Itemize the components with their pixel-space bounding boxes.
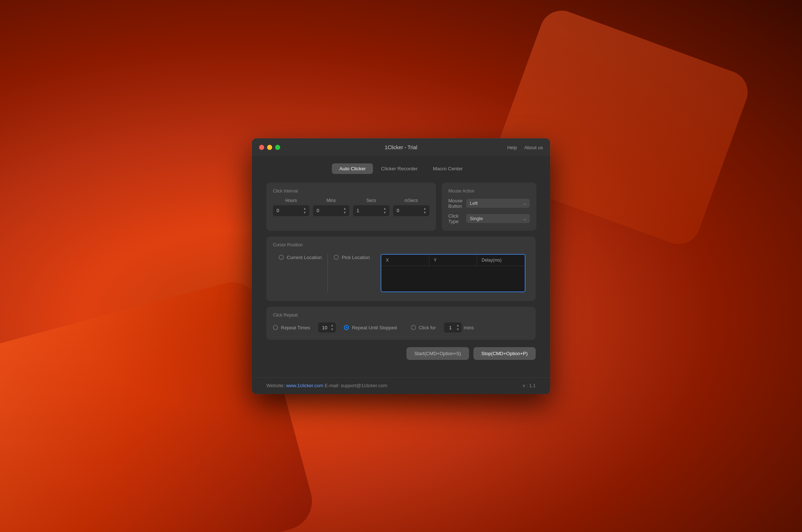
radio-repeat-until-circle <box>344 325 349 330</box>
cursor-inner: Current Location Pick Location X Y Delay… <box>273 252 529 294</box>
radio-repeat-times-circle <box>273 325 278 330</box>
mins-stepper[interactable]: 0 ▲ ▼ <box>313 205 349 216</box>
repeat-times-stepper[interactable]: 10 ▲ ▼ <box>318 322 336 333</box>
top-sections-row: Click Interval Hours 0 ▲ ▼ Min <box>266 183 536 231</box>
hours-stepper[interactable]: 0 ▲ ▼ <box>273 205 309 216</box>
radio-pick-location[interactable]: Pick Location <box>328 252 376 263</box>
cursor-position-label: Cursor Position <box>273 242 529 247</box>
pick-location-label: Pick Location <box>342 255 370 260</box>
msecs-value: 0 <box>397 208 399 213</box>
click-for-arrows: ▲ ▼ <box>456 323 460 331</box>
app-window: 1Clicker - Trial Help About us Auto Clic… <box>252 138 550 394</box>
window-title: 1Clicker - Trial <box>385 144 417 150</box>
msecs-field: mSecs 0 ▲ ▼ <box>393 198 429 216</box>
click-repeat-section: Click Repeat Repeat Times 10 ▲ ▼ <box>266 307 536 340</box>
repeat-times-down[interactable]: ▼ <box>330 327 334 331</box>
mins-label: Mins <box>326 198 336 203</box>
repeat-times-value: 10 <box>321 325 328 330</box>
radio-repeat-times[interactable]: Repeat Times <box>273 322 316 333</box>
email-value: support@1clicker.com <box>341 383 387 388</box>
hours-down[interactable]: ▼ <box>302 211 307 215</box>
mins-down[interactable]: ▼ <box>342 211 347 215</box>
tab-macro-center[interactable]: Macro Center <box>426 163 470 174</box>
location-table-wrapper: X Y Delay(ms) <box>376 252 529 294</box>
click-for-label: Click for <box>419 325 436 330</box>
click-for-up[interactable]: ▲ <box>456 323 460 327</box>
mouse-button-label: Mouse Button <box>448 198 462 209</box>
mins-arrows: ▲ ▼ <box>342 207 347 215</box>
click-for-stepper[interactable]: 1 ▲ ▼ <box>444 322 462 333</box>
start-button[interactable]: Start(CMD+Option+S) <box>406 347 469 360</box>
hours-field: Hours 0 ▲ ▼ <box>273 198 309 216</box>
secs-up[interactable]: ▲ <box>382 207 387 211</box>
radio-current-circle <box>279 255 284 260</box>
mouse-action-rows: Mouse Button Left Right Middle Click Typ… <box>448 198 530 224</box>
mouse-action-label: Mouse Action <box>448 188 530 194</box>
tab-bar: Auto Clicker Clicker Recorder Macro Cent… <box>266 163 536 174</box>
click-for-unit: mins <box>464 325 474 330</box>
interval-fields: Hours 0 ▲ ▼ Mins 0 <box>273 198 429 216</box>
hours-up[interactable]: ▲ <box>302 207 307 211</box>
cursor-position-section: Cursor Position Current Location Pick Lo… <box>266 237 536 301</box>
click-for-down[interactable]: ▼ <box>456 327 460 331</box>
radio-click-for[interactable]: Click for <box>405 322 442 333</box>
click-type-select[interactable]: Single Double <box>466 214 530 223</box>
repeat-until-label: Repeat Until Stopped <box>352 325 397 330</box>
mins-field: Mins 0 ▲ ▼ <box>313 198 349 216</box>
repeat-times-label: Repeat Times <box>281 325 310 330</box>
mins-value: 0 <box>317 208 319 213</box>
about-button[interactable]: About us <box>524 145 543 150</box>
mins-up[interactable]: ▲ <box>342 207 347 211</box>
traffic-lights <box>259 145 280 150</box>
radio-repeat-until-stopped[interactable]: Repeat Until Stopped <box>338 322 403 333</box>
maximize-button[interactable] <box>275 145 280 150</box>
email-separator: E-mail: <box>323 383 341 388</box>
tab-clicker-recorder[interactable]: Clicker Recorder <box>374 163 425 174</box>
click-repeat-label: Click Repeat <box>273 313 529 318</box>
help-button[interactable]: Help <box>507 145 517 150</box>
mouse-action-section: Mouse Action Mouse Button Left Right Mid… <box>442 183 536 231</box>
action-buttons: Start(CMD+Option+S) Stop(CMD+Option+P) <box>266 347 536 360</box>
close-button[interactable] <box>259 145 264 150</box>
titlebar: 1Clicker - Trial Help About us <box>252 138 550 156</box>
hours-arrows: ▲ ▼ <box>302 207 307 215</box>
secs-stepper[interactable]: 1 ▲ ▼ <box>353 205 389 216</box>
titlebar-actions: Help About us <box>507 145 543 150</box>
secs-arrows: ▲ ▼ <box>382 207 387 215</box>
radio-click-for-circle <box>411 325 416 330</box>
secs-value: 1 <box>357 208 359 213</box>
hours-label: Hours <box>285 198 297 203</box>
stop-button[interactable]: Stop(CMD+Option+P) <box>473 347 536 360</box>
click-type-row: Click Type Single Double <box>448 213 530 224</box>
mouse-button-select[interactable]: Left Right Middle <box>466 199 530 208</box>
col-delay: Delay(ms) <box>477 255 525 266</box>
msecs-label: mSecs <box>405 198 418 203</box>
footer: Website: www.1clicker.com E-mail: suppor… <box>252 377 550 394</box>
minimize-button[interactable] <box>267 145 272 150</box>
msecs-arrows: ▲ ▼ <box>422 207 427 215</box>
col-x: X <box>381 255 429 266</box>
current-location-label: Current Location <box>287 255 322 260</box>
repeat-times-up[interactable]: ▲ <box>330 323 334 327</box>
version-label: v : 1.1 <box>523 383 536 388</box>
mouse-button-row: Mouse Button Left Right Middle <box>448 198 530 209</box>
col-y: Y <box>429 255 477 266</box>
radio-current-location[interactable]: Current Location <box>273 252 327 263</box>
repeat-options: Repeat Times 10 ▲ ▼ Repeat Until Stopped <box>273 322 529 333</box>
click-interval-label: Click Interval <box>273 188 429 194</box>
tab-auto-clicker[interactable]: Auto Clicker <box>332 163 373 174</box>
mouse-button-select-wrapper: Left Right Middle <box>466 199 530 208</box>
click-for-value: 1 <box>447 325 454 330</box>
repeat-times-arrows: ▲ ▼ <box>330 323 334 331</box>
website-label: Website: <box>266 383 286 388</box>
msecs-down[interactable]: ▼ <box>422 211 427 215</box>
main-content: Auto Clicker Clicker Recorder Macro Cent… <box>252 156 550 377</box>
click-type-label: Click Type <box>448 213 462 224</box>
msecs-stepper[interactable]: 0 ▲ ▼ <box>393 205 429 216</box>
table-body <box>381 266 525 291</box>
radio-pick-circle <box>334 255 339 260</box>
secs-down[interactable]: ▼ <box>382 211 387 215</box>
website-url[interactable]: www.1clicker.com <box>286 383 323 388</box>
msecs-up[interactable]: ▲ <box>422 207 427 211</box>
click-type-select-wrapper: Single Double <box>466 214 530 223</box>
